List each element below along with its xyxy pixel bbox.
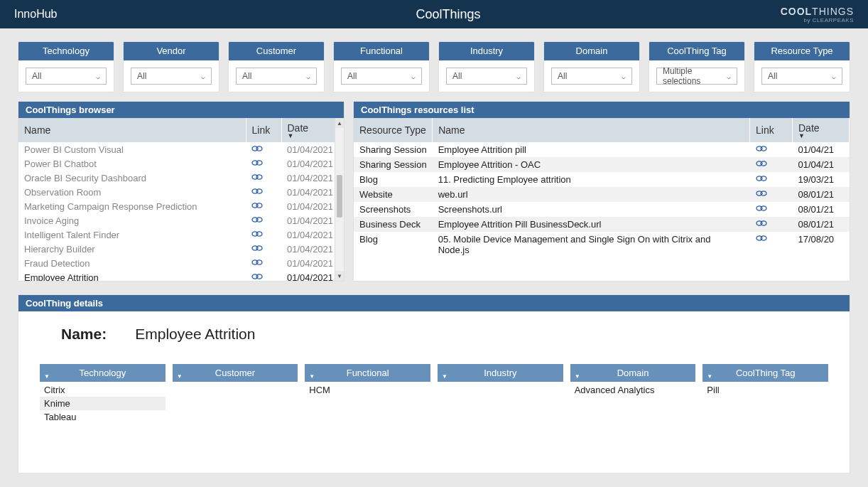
link-icon[interactable] <box>251 159 263 169</box>
filter-dropdown[interactable]: All⌵ <box>236 68 317 85</box>
browser-table[interactable]: Name Link Date ▼ Power BI Custom Visual0… <box>18 118 344 281</box>
tag-header[interactable]: Domain▼ <box>570 364 696 382</box>
tag-item[interactable]: HCM <box>305 383 430 397</box>
tag-item[interactable]: Citrix <box>40 383 166 397</box>
sort-desc-icon: ▼ <box>798 134 843 138</box>
filter-dropdown[interactable]: Multiple selections⌵ <box>656 68 737 85</box>
svg-point-5 <box>256 174 262 178</box>
table-row[interactable]: Employee Attrition01/04/2021 <box>18 270 344 281</box>
cell-link[interactable] <box>750 172 793 187</box>
link-icon[interactable] <box>251 187 263 198</box>
tag-header[interactable]: Industry▼ <box>438 364 563 382</box>
svg-point-7 <box>256 188 262 193</box>
cell-link[interactable] <box>750 157 793 172</box>
link-icon[interactable] <box>251 201 263 212</box>
cell-date: 01/04/21 <box>793 142 850 157</box>
detail-group-domain: Domain▼Advanced Analytics <box>570 364 696 424</box>
link-icon[interactable] <box>251 173 263 183</box>
app-header: InnoHub CoolThings COOLTHINGS by CLEARPE… <box>0 0 868 28</box>
scroll-down-icon[interactable]: ▼ <box>335 271 344 281</box>
filter-dropdown[interactable]: All⌵ <box>446 68 527 85</box>
filter-dropdown[interactable]: All⌵ <box>131 68 212 85</box>
table-row[interactable]: Sharing SessionEmployee Attrition - OAC0… <box>354 157 850 172</box>
table-row[interactable]: Business DeckEmployee Attrition Pill Bus… <box>354 217 850 232</box>
cell-link[interactable] <box>246 156 281 171</box>
filter-customer: CustomerAll⌵ <box>228 41 325 92</box>
link-icon[interactable] <box>251 258 263 269</box>
cell-date: 08/01/21 <box>793 217 850 232</box>
cell-link[interactable] <box>246 270 281 281</box>
scroll-up-icon[interactable]: ▲ <box>335 118 344 128</box>
tag-header[interactable]: CoolThing Tag▼ <box>702 364 828 382</box>
svg-point-33 <box>761 236 766 240</box>
cell-link[interactable] <box>750 217 793 232</box>
filter-dropdown[interactable]: All⌵ <box>26 68 107 85</box>
table-row[interactable]: Oracle BI Security Dashboard01/04/2021 <box>18 171 344 185</box>
table-row[interactable]: Hierarchy Builder01/04/2021 <box>18 242 344 256</box>
detail-group-functional: Functional▼HCM <box>305 364 430 424</box>
link-icon[interactable] <box>251 244 263 255</box>
browser-scrollbar[interactable]: ▲ ▼ <box>335 118 344 281</box>
table-row[interactable]: Marketing Campaign Response Prediction01… <box>18 199 344 213</box>
table-row[interactable]: Sharing SessionEmployee Attrition pill01… <box>354 142 850 157</box>
cell-link[interactable] <box>246 171 281 185</box>
table-row[interactable]: Observation Room01/04/2021 <box>18 185 344 199</box>
browser-panel: CoolThings browser Name Link Date ▼ Powe… <box>18 101 345 282</box>
cell-name: Fraud Detection <box>18 256 246 270</box>
table-row[interactable]: Fraud Detection01/04/2021 <box>18 256 344 270</box>
tag-header[interactable]: Technology▼ <box>40 364 166 382</box>
cell-link[interactable] <box>246 256 281 270</box>
sort-desc-icon: ▼ <box>575 373 580 380</box>
tag-item[interactable]: Knime <box>40 397 166 410</box>
filter-resource-type: Resource TypeAll⌵ <box>754 41 850 92</box>
table-row[interactable]: Power BI Chatbot01/04/2021 <box>18 156 344 171</box>
link-icon[interactable] <box>756 234 767 245</box>
cell-link[interactable] <box>750 202 793 217</box>
table-row[interactable]: Invoice Aging01/04/2021 <box>18 213 344 228</box>
detail-name-value: Employee Attrition <box>135 326 255 343</box>
link-icon[interactable] <box>756 159 767 170</box>
link-icon[interactable] <box>756 219 767 230</box>
col-resource-name[interactable]: Name <box>433 118 750 142</box>
cell-link[interactable] <box>246 199 281 213</box>
tag-item[interactable]: Advanced Analytics <box>570 383 696 397</box>
tag-header[interactable]: Customer▼ <box>173 364 298 382</box>
col-resource-date[interactable]: Date ▼ <box>793 118 850 142</box>
tag-item[interactable]: Pill <box>702 383 828 397</box>
link-icon[interactable] <box>251 215 263 226</box>
cell-link[interactable] <box>246 228 281 242</box>
cell-link[interactable] <box>750 142 793 157</box>
cell-link[interactable] <box>246 242 281 256</box>
col-resource-type[interactable]: Resource Type <box>354 118 433 142</box>
table-row[interactable]: Intelligent Talent Finder01/04/2021 <box>18 228 344 242</box>
table-row[interactable]: Blog05. Mobile Device Management and Sin… <box>354 232 850 257</box>
link-icon[interactable] <box>756 144 767 155</box>
filter-dropdown[interactable]: All⌵ <box>761 68 842 85</box>
link-icon[interactable] <box>756 174 767 185</box>
col-link[interactable]: Link <box>246 118 281 142</box>
col-name[interactable]: Name <box>18 118 246 142</box>
scroll-thumb[interactable] <box>337 175 342 218</box>
col-resource-link[interactable]: Link <box>750 118 793 142</box>
svg-point-13 <box>256 231 262 235</box>
filter-vendor: VendorAll⌵ <box>123 41 219 92</box>
tag-header[interactable]: Functional▼ <box>305 364 430 382</box>
link-icon[interactable] <box>251 230 263 240</box>
table-row[interactable]: Websiteweb.url08/01/21 <box>354 187 850 202</box>
filter-dropdown[interactable]: All⌵ <box>551 68 632 85</box>
resources-table[interactable]: Resource Type Name Link Date ▼ Sharing S… <box>354 118 850 257</box>
filter-dropdown[interactable]: All⌵ <box>341 68 422 85</box>
cell-link[interactable] <box>750 232 793 257</box>
table-row[interactable]: Power BI Custom Visual01/04/2021 <box>18 142 344 156</box>
link-icon[interactable] <box>251 272 263 282</box>
link-icon[interactable] <box>251 144 263 155</box>
tag-item[interactable]: Tableau <box>40 410 166 424</box>
cell-link[interactable] <box>246 142 281 156</box>
cell-link[interactable] <box>246 213 281 228</box>
cell-link[interactable] <box>246 185 281 199</box>
table-row[interactable]: ScreenshotsScreenshots.url08/01/21 <box>354 202 850 217</box>
link-icon[interactable] <box>756 204 767 215</box>
link-icon[interactable] <box>756 189 767 200</box>
cell-link[interactable] <box>750 187 793 202</box>
table-row[interactable]: Blog11. Predicting Employee attrition19/… <box>354 172 850 187</box>
